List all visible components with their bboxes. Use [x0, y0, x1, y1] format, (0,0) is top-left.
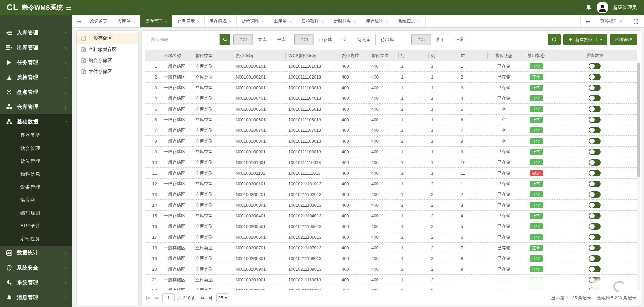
- system-data-toggle[interactable]: [589, 255, 601, 262]
- next-page-icon[interactable]: ▶▶: [201, 296, 204, 300]
- system-data-toggle[interactable]: [589, 202, 601, 208]
- close-icon[interactable]: ×: [261, 19, 264, 24]
- system-data-toggle[interactable]: [589, 159, 601, 166]
- filter-button-正常[interactable]: 正常: [450, 34, 469, 45]
- tab-货位调整[interactable]: 货位调整×: [237, 15, 269, 27]
- new-slot-button[interactable]: ＋ 新建货位 ▼: [563, 34, 607, 45]
- username[interactable]: 超级管理员: [613, 5, 637, 11]
- search-button[interactable]: [220, 34, 230, 45]
- slot-code-search-input[interactable]: [147, 34, 220, 45]
- system-data-toggle[interactable]: [589, 266, 601, 272]
- filter-button-全部[interactable]: 全部: [411, 34, 431, 45]
- last-page-icon[interactable]: ▶: [209, 296, 212, 300]
- filter-button-待出库[interactable]: 待出库: [375, 34, 399, 45]
- cell-row: 1: [398, 275, 428, 285]
- close-icon[interactable]: ×: [353, 19, 356, 24]
- page-size-select[interactable]: 25: [216, 293, 229, 302]
- filter-button-全部[interactable]: 全部: [294, 34, 314, 45]
- sidebar-subitem[interactable]: ERP仓库: [0, 220, 72, 233]
- tab-欢迎首页[interactable]: 欢迎首页: [85, 15, 112, 27]
- system-data-toggle[interactable]: [589, 213, 601, 219]
- tab-系统日志[interactable]: 系统日志×: [393, 15, 426, 27]
- sidebar-item-stats[interactable]: 数据统计›: [0, 246, 72, 260]
- area-manage-button[interactable]: 区域管理: [610, 34, 637, 45]
- sidebar-subitem[interactable]: 定时任务: [0, 233, 72, 245]
- filter-button-待入库[interactable]: 待入库: [352, 34, 376, 45]
- tab-定时任务[interactable]: 定时任务×: [329, 15, 361, 27]
- sidebar-subitem[interactable]: 供应商: [0, 194, 72, 207]
- sidebar-subitem[interactable]: 货位管理: [0, 155, 72, 168]
- close-icon[interactable]: ×: [289, 19, 292, 24]
- system-data-toggle[interactable]: [589, 117, 601, 123]
- sidebar-subitem[interactable]: 编码规则: [0, 207, 72, 219]
- tab-货位管理[interactable]: 货位管理×: [140, 15, 173, 27]
- notification-bell-icon[interactable]: [586, 4, 592, 11]
- system-data-toggle[interactable]: [589, 181, 601, 187]
- sidebar-item-message[interactable]: 消息管理›: [0, 290, 72, 305]
- filter-button-全部[interactable]: 全部: [233, 34, 253, 45]
- tab-库存概况[interactable]: 库存概况×: [205, 15, 237, 27]
- tab-入库单[interactable]: 入库单×: [112, 15, 140, 27]
- sidebar-item-basedata[interactable]: 基础数据›: [0, 114, 72, 129]
- close-icon[interactable]: ×: [386, 19, 388, 24]
- sidebar-item-inbound[interactable]: 入库管理›: [0, 25, 72, 40]
- refresh-button[interactable]: [548, 34, 561, 45]
- sidebar-item-outbound[interactable]: 出库管理›: [0, 40, 72, 55]
- system-data-toggle[interactable]: [589, 223, 601, 230]
- prev-page-icon[interactable]: ◀◀: [154, 296, 158, 300]
- filter-button-平库[interactable]: 平库: [272, 34, 291, 45]
- user-avatar[interactable]: [597, 2, 608, 13]
- chevron-down-icon[interactable]: ▼: [596, 38, 603, 41]
- tab-operations-dropdown[interactable]: 页签操作 ▼: [596, 15, 627, 27]
- close-icon[interactable]: ×: [321, 19, 324, 24]
- system-data-toggle[interactable]: [589, 170, 601, 176]
- menu-toggle-icon[interactable]: [64, 3, 73, 12]
- tab-库存统计[interactable]: 库存统计×: [361, 15, 394, 27]
- storage-area-item[interactable]: 大件存储区: [77, 66, 138, 77]
- sidebar-item-system[interactable]: 系统管理›: [0, 275, 72, 290]
- close-icon[interactable]: ×: [229, 19, 232, 24]
- close-icon[interactable]: ×: [197, 19, 200, 24]
- system-data-toggle[interactable]: [589, 191, 601, 198]
- sidebar-item-security[interactable]: 系统安全›: [0, 260, 72, 275]
- tabs-scroll-left-icon[interactable]: ◀◀: [72, 15, 85, 27]
- sidebar-item-warehouse[interactable]: 仓库管理›: [0, 99, 72, 114]
- filter-button-已存储[interactable]: 已存储: [313, 34, 337, 45]
- storage-area-item[interactable]: 站台存储区: [77, 55, 138, 66]
- storage-area-item[interactable]: 一般存储区: [77, 33, 138, 44]
- tab-仓库展示[interactable]: 仓库展示×: [172, 15, 205, 27]
- table-scrollbar-thumb[interactable]: [637, 63, 640, 177]
- system-data-toggle[interactable]: [589, 63, 601, 69]
- sidebar-item-stocktake[interactable]: 盘点管理›: [0, 85, 72, 99]
- storage-area-item[interactable]: 空料箱暂存区: [77, 44, 138, 55]
- system-data-toggle[interactable]: [589, 95, 601, 101]
- tabs-scroll-right-icon[interactable]: ▶▶: [580, 15, 596, 27]
- close-icon[interactable]: ×: [165, 19, 168, 24]
- system-data-toggle[interactable]: [589, 74, 601, 80]
- cell-status: 已存储: [487, 82, 520, 93]
- filter-button-禁用[interactable]: 禁用: [431, 34, 450, 45]
- system-data-toggle[interactable]: [589, 106, 601, 112]
- system-data-toggle[interactable]: [589, 127, 601, 133]
- system-data-toggle[interactable]: [589, 234, 601, 240]
- system-data-toggle[interactable]: [589, 85, 601, 91]
- page-number-input[interactable]: [162, 293, 175, 302]
- system-data-toggle[interactable]: [589, 245, 601, 251]
- sidebar-subitem[interactable]: 设备管理: [0, 181, 72, 194]
- sidebar-subitem[interactable]: 容器类型: [0, 129, 72, 142]
- close-icon[interactable]: ×: [418, 19, 420, 24]
- sidebar-subitem[interactable]: 物料信息: [0, 168, 72, 181]
- fullscreen-icon[interactable]: [627, 15, 644, 27]
- first-page-icon[interactable]: ◀: [146, 296, 149, 300]
- close-icon[interactable]: ×: [133, 19, 135, 24]
- tab-出库单[interactable]: 出库单×: [269, 15, 297, 27]
- cell-n: 16: [145, 221, 161, 232]
- sidebar-item-task[interactable]: 任务管理›: [0, 55, 72, 70]
- system-data-toggle[interactable]: [589, 138, 601, 144]
- sidebar-item-qc[interactable]: 质检管理›: [0, 70, 72, 85]
- system-data-toggle[interactable]: [589, 149, 601, 155]
- filter-button-立库[interactable]: 立库: [252, 34, 272, 45]
- tab-质检取样[interactable]: 质检取样×: [297, 15, 329, 27]
- filter-button-空[interactable]: 空: [337, 34, 352, 45]
- sidebar-subitem[interactable]: 站台管理: [0, 142, 72, 155]
